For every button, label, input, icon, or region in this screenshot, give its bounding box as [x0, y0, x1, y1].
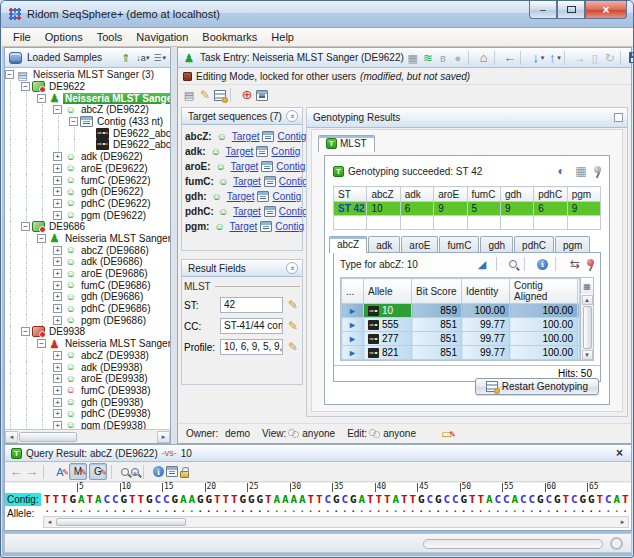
title-bar[interactable]: Ridom SeqSphere+ (demo at localhost) –× [1, 1, 633, 27]
menu-bookmarks[interactable]: Bookmarks [195, 29, 264, 45]
scroll-thumb[interactable] [56, 518, 186, 526]
alignment-view[interactable]: 5101520253035404550556065 Contig: Allele… [5, 483, 631, 530]
tree-item[interactable]: −♟Neisseria MLST Sanger (DE96 [5, 233, 170, 245]
tab-adk[interactable]: adk [368, 236, 400, 253]
close-panel-icon[interactable]: × [616, 446, 623, 460]
tree-item[interactable]: −▤Neisseria MLST Sanger (3) [5, 69, 170, 81]
signature-icon[interactable]: ✎ [198, 88, 212, 102]
target-link[interactable]: Target [233, 176, 261, 187]
tree-expand-toggle[interactable]: − [5, 70, 14, 79]
tree-expand-toggle[interactable]: + [53, 409, 62, 418]
tree-expand-toggle[interactable]: + [53, 257, 62, 266]
chart-icon[interactable]: ◢ [475, 257, 489, 271]
tree-item[interactable]: −DE9938 [5, 326, 170, 338]
tree-expand-toggle[interactable]: + [53, 374, 62, 383]
allele-row[interactable]: ►55585199.77100.00100.00 [342, 318, 580, 332]
dropdown-caret-icon[interactable]: ▾ [162, 54, 166, 62]
scroll-thumb[interactable] [583, 306, 592, 349]
tree-expand-toggle[interactable]: + [53, 246, 62, 255]
magnifier-icon[interactable] [509, 260, 517, 268]
tree-item[interactable]: +☺pgm (DE9938) [5, 420, 170, 429]
tree-item[interactable]: +☺fumC (DE9938) [5, 385, 170, 397]
tab-pdhc[interactable]: pdhC [514, 236, 554, 253]
tree-horizontal-scrollbar[interactable]: ◂ ▸ [5, 429, 170, 443]
samples-tree[interactable]: −▤Neisseria MLST Sanger (3)−DE9622−♟Neis… [5, 68, 170, 429]
toggle-g-button[interactable]: G [89, 463, 107, 480]
target-region-icon[interactable]: ⊕ [240, 88, 254, 102]
tree-expand-toggle[interactable]: − [37, 94, 46, 103]
report-icon[interactable]: ▤ [182, 88, 196, 102]
tree-expand-toggle[interactable]: + [53, 269, 62, 278]
tree-item[interactable]: +☺adk (DE9686) [5, 256, 170, 268]
tree-item[interactable]: +☺abcZ (DE9938) [5, 350, 170, 362]
tree-item[interactable]: −☺abcZ (DE9622) [5, 104, 170, 116]
tree-expand-toggle[interactable]: + [53, 199, 62, 208]
back-icon[interactable]: ← [503, 51, 517, 65]
dropdown-caret-icon[interactable]: ▾ [146, 54, 150, 62]
tree-item[interactable]: DE9622_abc_F (4 [5, 139, 170, 151]
dropdown-caret-icon[interactable]: ▾ [557, 54, 561, 62]
scroll-left-arrow[interactable]: ◂ [5, 431, 18, 443]
scroll-up-arrow[interactable]: ▴ [582, 295, 593, 305]
edit-pencil-icon[interactable]: ✎ [286, 340, 300, 354]
tree-expand-toggle[interactable]: + [53, 386, 62, 395]
toggle-m-button[interactable]: M [69, 463, 87, 480]
target-link[interactable]: Target [232, 131, 260, 142]
allele-table-scrollbar[interactable]: ▴ ▾ [580, 295, 593, 360]
contig-link[interactable]: Contig [277, 131, 306, 142]
maximize-button[interactable] [557, 1, 585, 19]
tree-item[interactable]: +☺gdh (DE9622) [5, 186, 170, 198]
toggle-g-icon[interactable]: G [91, 465, 105, 479]
tree-item[interactable]: +☺aroE (DE9938) [5, 373, 170, 385]
collapse-panel-icon[interactable]: « [286, 110, 298, 122]
field-value-input[interactable]: ST-41/44 complex/L [220, 318, 283, 334]
collapse-panel-icon[interactable]: « [286, 262, 298, 274]
pin-red-icon[interactable] [587, 259, 594, 266]
toggle-m-icon[interactable]: M [71, 465, 85, 479]
target-link[interactable]: Target [229, 221, 257, 232]
menu-tools[interactable]: Tools [90, 29, 130, 45]
tab-fumc[interactable]: fumC [439, 236, 479, 253]
edit-pencil-icon[interactable]: ✎ [286, 298, 300, 312]
import-icon[interactable]: ⇑ [119, 51, 133, 65]
tree-expand-toggle[interactable]: + [53, 421, 62, 429]
home-icon[interactable]: ⌂ [477, 51, 491, 65]
minimize-button[interactable]: – [529, 1, 557, 19]
target-link[interactable]: Target [231, 161, 259, 172]
tab-abcz[interactable]: abcZ [329, 236, 367, 253]
tree-expand-toggle[interactable]: + [53, 187, 62, 196]
add-contig-icon[interactable] [256, 90, 268, 101]
tree-expand-toggle[interactable]: − [21, 222, 30, 231]
tree-expand-toggle[interactable]: + [53, 211, 62, 220]
tree-expand-toggle[interactable]: + [53, 292, 62, 301]
tree-item[interactable]: −♟Neisseria MLST Sanger (DE9622) [5, 92, 170, 104]
scroll-down-arrow[interactable]: ▾ [582, 350, 593, 360]
column-chooser-icon[interactable]: ▦ [580, 278, 593, 294]
zoom-in-icon[interactable] [121, 468, 129, 476]
contig-link[interactable]: Contig [279, 176, 308, 187]
tree-item[interactable]: +☺pdhC (DE9938) [5, 408, 170, 420]
edit-permissions-icon[interactable]: ▭ [440, 427, 454, 441]
tree-item[interactable]: +☺pdhC (DE9622) [5, 198, 170, 210]
dropdown-caret-icon[interactable]: ▾ [541, 54, 545, 62]
restart-genotyping-button[interactable]: Restart Genotyping [475, 378, 599, 395]
contig-link[interactable]: Contig [279, 206, 308, 217]
tree-item[interactable]: +☺fumC (DE9622) [5, 174, 170, 186]
tree-item[interactable]: +☺aroE (DE9622) [5, 163, 170, 175]
tab-mlst[interactable]: T MLST [318, 135, 375, 152]
save-icon[interactable] [629, 52, 634, 63]
edit-a-icon[interactable]: A [53, 465, 67, 479]
alignment-scrollbar[interactable]: ◂ ▸ [43, 516, 629, 528]
lock-icon[interactable] [180, 471, 189, 478]
tree-item[interactable]: +☺pgm (DE9622) [5, 209, 170, 221]
tree-expand-toggle[interactable]: − [21, 82, 30, 91]
tree-item[interactable]: +☺gdh (DE9686) [5, 291, 170, 303]
tree-expand-toggle[interactable]: + [53, 398, 62, 407]
tree-expand-toggle[interactable]: − [37, 339, 46, 348]
contig-link[interactable]: Contig [276, 161, 305, 172]
table-settings-icon[interactable] [214, 90, 226, 101]
contig-link[interactable]: Contig [275, 221, 304, 232]
tree-expand-toggle[interactable]: + [53, 164, 62, 173]
allele-row[interactable]: ►27785199.77100.00100.00 [342, 332, 580, 346]
tree-expand-toggle[interactable]: + [53, 316, 62, 325]
